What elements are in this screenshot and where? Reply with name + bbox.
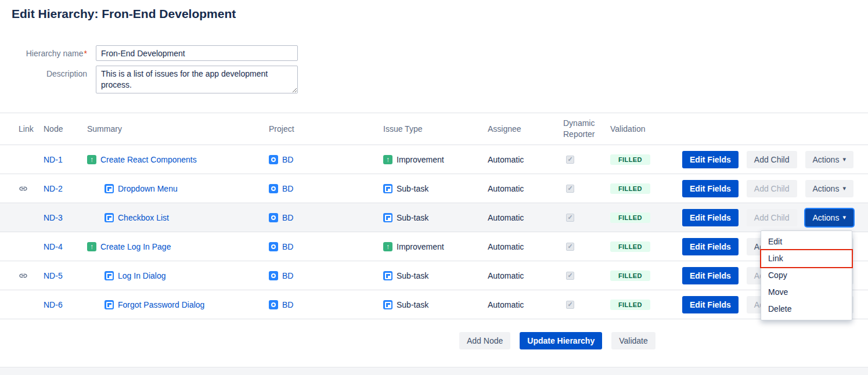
validation-cell: FILLED [607,183,682,194]
menu-item-link[interactable]: Link [761,250,852,267]
validation-cell: FILLED [607,154,682,165]
summary-link[interactable]: Create Log In Page [100,242,171,251]
required-marker: * [84,49,87,58]
node-id-link[interactable]: ND-1 [44,155,63,164]
hierarchy-name-input[interactable] [96,45,298,61]
link-cell [19,300,44,309]
column-header-validation: Validation [607,124,682,135]
edit-fields-button[interactable]: Edit Fields [682,151,739,168]
issue-type-icon [105,300,114,309]
menu-item-edit[interactable]: Edit [761,233,852,250]
add-child-button[interactable]: Add Child [747,151,797,168]
column-header-project: Project [269,124,383,135]
issue-type-cell: Sub-task [383,300,488,309]
dynamic-reporter-checkbox [566,185,574,193]
edit-fields-button[interactable]: Edit Fields [682,296,739,313]
summary-cell: Checkbox List [87,213,269,222]
edit-fields-button[interactable]: Edit Fields [682,267,739,284]
hierarchy-name-row: Hierarchy name* [0,45,868,61]
column-header-dynamic-reporter: Dynamic Reporter [563,118,607,140]
column-header-issue-type: Issue Type [383,124,488,135]
issue-type-label: Improvement [397,155,444,164]
edit-fields-button[interactable]: Edit Fields [682,238,739,255]
validate-button[interactable]: Validate [611,332,655,349]
actions-button-label: Actions [813,184,840,193]
summary-link[interactable]: Checkbox List [118,213,169,222]
node-id-link[interactable]: ND-2 [44,184,63,193]
issue-type-label: Sub-task [397,213,428,222]
issue-type-cell: Sub-task [383,213,488,222]
assignee-cell: Automatic [488,213,563,222]
actions-button-label: Actions [813,213,840,222]
issue-type-icon [87,155,96,164]
node-cell: ND-5 [44,271,87,280]
node-id-link[interactable]: ND-3 [44,213,63,222]
menu-item-move[interactable]: Move [761,284,852,301]
node-id-link[interactable]: ND-4 [44,242,63,251]
assignee-label: Automatic [488,155,524,164]
footer-buttons: Add Node Update Hierarchy Validate [0,332,868,349]
project-link[interactable]: BD [282,242,293,251]
summary-link[interactable]: Dropdown Menu [118,184,178,193]
footer-bar [0,367,868,375]
project-link[interactable]: BD [282,184,293,193]
validation-cell: FILLED [607,300,682,310]
row-actions-cell: Edit Fields Add Child Actions ▾ [682,151,856,168]
project-avatar-icon [269,155,278,164]
menu-item-copy[interactable]: Copy [761,267,852,284]
dynamic-reporter-cell [563,156,607,164]
column-header-node: Node [44,124,87,135]
validation-badge: FILLED [610,300,650,310]
issue-type-icon [383,300,392,309]
project-avatar-icon [269,213,278,222]
description-label: Description [0,66,87,78]
project-cell: BD [269,271,383,280]
update-hierarchy-button[interactable]: Update Hierarchy [520,332,602,349]
issue-type-icon [383,242,392,251]
node-id-link[interactable]: ND-5 [44,271,63,280]
assignee-cell: Automatic [488,271,563,280]
link-cell [19,155,44,164]
hierarchy-name-label-text: Hierarchy name [26,49,84,58]
node-id-link[interactable]: ND-6 [44,300,63,309]
actions-button[interactable]: Actions ▾ [805,209,853,226]
project-link[interactable]: BD [282,155,293,164]
summary-link[interactable]: Create React Components [100,155,197,164]
project-cell: BD [269,242,383,251]
project-link[interactable]: BD [282,271,293,280]
issue-type-icon [105,213,114,222]
add-node-button[interactable]: Add Node [459,332,510,349]
dynamic-reporter-checkbox [566,156,574,164]
hierarchy-name-label: Hierarchy name* [0,45,87,58]
actions-button[interactable]: Actions ▾ [805,180,853,197]
edit-fields-button[interactable]: Edit Fields [682,180,739,197]
edit-fields-button[interactable]: Edit Fields [682,209,739,226]
project-link[interactable]: BD [282,213,293,222]
issue-type-icon [105,184,114,193]
validation-badge: FILLED [610,241,650,252]
hierarchy-form: Hierarchy name* Description This is a li… [0,45,868,93]
dynamic-reporter-cell [563,214,607,222]
summary-link[interactable]: Log In Dialog [118,271,166,280]
dynamic-reporter-checkbox [566,272,574,280]
validation-cell: FILLED [607,212,682,223]
description-input[interactable]: This is a list of issues for the app dev… [96,66,298,93]
dynamic-reporter-cell [563,243,607,251]
hierarchy-table: Link Node Summary Project Issue Type Ass… [0,113,868,319]
summary-link[interactable]: Forgot Password Dialog [118,300,204,309]
chain-link-icon [19,271,28,280]
issue-type-label: Sub-task [397,300,428,309]
link-cell [19,242,44,251]
assignee-label: Automatic [488,184,524,193]
actions-button[interactable]: Actions ▾ [805,151,853,168]
assignee-cell: Automatic [488,184,563,193]
add-child-button: Add Child [747,209,797,226]
add-child-button: Add Child [747,180,797,197]
menu-item-delete[interactable]: Delete [761,301,852,318]
page-title: Edit Hierarchy: Fron-End Development [12,7,868,21]
validation-badge: FILLED [610,212,650,223]
column-header-link: Link [19,124,44,135]
dynamic-reporter-cell [563,272,607,280]
assignee-cell: Automatic [488,242,563,251]
project-link[interactable]: BD [282,300,293,309]
